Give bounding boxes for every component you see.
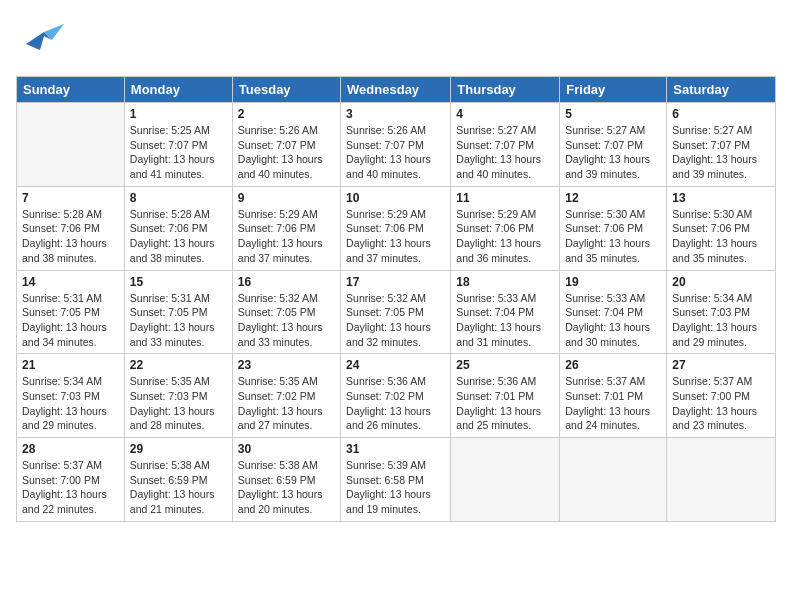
day-info: Sunrise: 5:34 AM Sunset: 7:03 PM Dayligh…: [672, 291, 770, 350]
day-number: 12: [565, 191, 661, 205]
weekday-header: Saturday: [667, 77, 776, 103]
day-info: Sunrise: 5:33 AM Sunset: 7:04 PM Dayligh…: [565, 291, 661, 350]
calendar-cell: 17Sunrise: 5:32 AM Sunset: 7:05 PM Dayli…: [341, 270, 451, 354]
calendar-cell: [17, 103, 125, 187]
weekday-header: Thursday: [451, 77, 560, 103]
day-number: 11: [456, 191, 554, 205]
day-number: 23: [238, 358, 335, 372]
logo: [16, 16, 66, 68]
day-number: 19: [565, 275, 661, 289]
calendar-cell: 18Sunrise: 5:33 AM Sunset: 7:04 PM Dayli…: [451, 270, 560, 354]
day-info: Sunrise: 5:26 AM Sunset: 7:07 PM Dayligh…: [346, 123, 445, 182]
day-number: 30: [238, 442, 335, 456]
day-info: Sunrise: 5:30 AM Sunset: 7:06 PM Dayligh…: [565, 207, 661, 266]
day-info: Sunrise: 5:27 AM Sunset: 7:07 PM Dayligh…: [565, 123, 661, 182]
calendar-cell: 3Sunrise: 5:26 AM Sunset: 7:07 PM Daylig…: [341, 103, 451, 187]
day-number: 13: [672, 191, 770, 205]
day-number: 25: [456, 358, 554, 372]
day-number: 3: [346, 107, 445, 121]
day-info: Sunrise: 5:37 AM Sunset: 7:01 PM Dayligh…: [565, 374, 661, 433]
day-info: Sunrise: 5:37 AM Sunset: 7:00 PM Dayligh…: [672, 374, 770, 433]
day-info: Sunrise: 5:28 AM Sunset: 7:06 PM Dayligh…: [130, 207, 227, 266]
calendar-cell: 15Sunrise: 5:31 AM Sunset: 7:05 PM Dayli…: [124, 270, 232, 354]
day-info: Sunrise: 5:29 AM Sunset: 7:06 PM Dayligh…: [238, 207, 335, 266]
day-info: Sunrise: 5:38 AM Sunset: 6:59 PM Dayligh…: [238, 458, 335, 517]
day-number: 24: [346, 358, 445, 372]
day-number: 5: [565, 107, 661, 121]
calendar-week-row: 21Sunrise: 5:34 AM Sunset: 7:03 PM Dayli…: [17, 354, 776, 438]
day-info: Sunrise: 5:25 AM Sunset: 7:07 PM Dayligh…: [130, 123, 227, 182]
calendar-cell: [560, 438, 667, 522]
day-number: 31: [346, 442, 445, 456]
calendar-cell: 29Sunrise: 5:38 AM Sunset: 6:59 PM Dayli…: [124, 438, 232, 522]
day-info: Sunrise: 5:34 AM Sunset: 7:03 PM Dayligh…: [22, 374, 119, 433]
day-info: Sunrise: 5:35 AM Sunset: 7:03 PM Dayligh…: [130, 374, 227, 433]
day-info: Sunrise: 5:33 AM Sunset: 7:04 PM Dayligh…: [456, 291, 554, 350]
calendar-cell: 5Sunrise: 5:27 AM Sunset: 7:07 PM Daylig…: [560, 103, 667, 187]
day-info: Sunrise: 5:35 AM Sunset: 7:02 PM Dayligh…: [238, 374, 335, 433]
day-info: Sunrise: 5:26 AM Sunset: 7:07 PM Dayligh…: [238, 123, 335, 182]
calendar-cell: 14Sunrise: 5:31 AM Sunset: 7:05 PM Dayli…: [17, 270, 125, 354]
day-number: 15: [130, 275, 227, 289]
calendar-week-row: 7Sunrise: 5:28 AM Sunset: 7:06 PM Daylig…: [17, 186, 776, 270]
calendar-cell: 22Sunrise: 5:35 AM Sunset: 7:03 PM Dayli…: [124, 354, 232, 438]
day-number: 2: [238, 107, 335, 121]
calendar-cell: 13Sunrise: 5:30 AM Sunset: 7:06 PM Dayli…: [667, 186, 776, 270]
weekday-header: Wednesday: [341, 77, 451, 103]
calendar-cell: 19Sunrise: 5:33 AM Sunset: 7:04 PM Dayli…: [560, 270, 667, 354]
day-info: Sunrise: 5:32 AM Sunset: 7:05 PM Dayligh…: [346, 291, 445, 350]
weekday-header: Monday: [124, 77, 232, 103]
day-number: 28: [22, 442, 119, 456]
calendar-cell: 6Sunrise: 5:27 AM Sunset: 7:07 PM Daylig…: [667, 103, 776, 187]
day-info: Sunrise: 5:39 AM Sunset: 6:58 PM Dayligh…: [346, 458, 445, 517]
weekday-header: Sunday: [17, 77, 125, 103]
day-number: 1: [130, 107, 227, 121]
page-header: [16, 16, 776, 68]
calendar-cell: 4Sunrise: 5:27 AM Sunset: 7:07 PM Daylig…: [451, 103, 560, 187]
calendar-cell: 30Sunrise: 5:38 AM Sunset: 6:59 PM Dayli…: [232, 438, 340, 522]
calendar-cell: 26Sunrise: 5:37 AM Sunset: 7:01 PM Dayli…: [560, 354, 667, 438]
day-info: Sunrise: 5:31 AM Sunset: 7:05 PM Dayligh…: [130, 291, 227, 350]
calendar-cell: 2Sunrise: 5:26 AM Sunset: 7:07 PM Daylig…: [232, 103, 340, 187]
calendar-cell: 7Sunrise: 5:28 AM Sunset: 7:06 PM Daylig…: [17, 186, 125, 270]
day-info: Sunrise: 5:30 AM Sunset: 7:06 PM Dayligh…: [672, 207, 770, 266]
day-info: Sunrise: 5:29 AM Sunset: 7:06 PM Dayligh…: [346, 207, 445, 266]
day-number: 20: [672, 275, 770, 289]
day-number: 16: [238, 275, 335, 289]
calendar-cell: 12Sunrise: 5:30 AM Sunset: 7:06 PM Dayli…: [560, 186, 667, 270]
calendar-cell: [667, 438, 776, 522]
day-number: 14: [22, 275, 119, 289]
calendar-cell: 10Sunrise: 5:29 AM Sunset: 7:06 PM Dayli…: [341, 186, 451, 270]
day-info: Sunrise: 5:32 AM Sunset: 7:05 PM Dayligh…: [238, 291, 335, 350]
day-number: 4: [456, 107, 554, 121]
calendar-cell: 31Sunrise: 5:39 AM Sunset: 6:58 PM Dayli…: [341, 438, 451, 522]
calendar-cell: 1Sunrise: 5:25 AM Sunset: 7:07 PM Daylig…: [124, 103, 232, 187]
svg-marker-1: [44, 24, 64, 40]
day-number: 6: [672, 107, 770, 121]
day-info: Sunrise: 5:27 AM Sunset: 7:07 PM Dayligh…: [672, 123, 770, 182]
calendar-week-row: 1Sunrise: 5:25 AM Sunset: 7:07 PM Daylig…: [17, 103, 776, 187]
calendar-cell: 23Sunrise: 5:35 AM Sunset: 7:02 PM Dayli…: [232, 354, 340, 438]
calendar-cell: 28Sunrise: 5:37 AM Sunset: 7:00 PM Dayli…: [17, 438, 125, 522]
calendar-table: SundayMondayTuesdayWednesdayThursdayFrid…: [16, 76, 776, 522]
day-info: Sunrise: 5:36 AM Sunset: 7:01 PM Dayligh…: [456, 374, 554, 433]
day-number: 10: [346, 191, 445, 205]
calendar-cell: 25Sunrise: 5:36 AM Sunset: 7:01 PM Dayli…: [451, 354, 560, 438]
calendar-cell: 27Sunrise: 5:37 AM Sunset: 7:00 PM Dayli…: [667, 354, 776, 438]
calendar-cell: 20Sunrise: 5:34 AM Sunset: 7:03 PM Dayli…: [667, 270, 776, 354]
weekday-header: Tuesday: [232, 77, 340, 103]
calendar-cell: [451, 438, 560, 522]
day-number: 22: [130, 358, 227, 372]
day-number: 26: [565, 358, 661, 372]
day-number: 18: [456, 275, 554, 289]
weekday-header: Friday: [560, 77, 667, 103]
day-info: Sunrise: 5:31 AM Sunset: 7:05 PM Dayligh…: [22, 291, 119, 350]
calendar-header-row: SundayMondayTuesdayWednesdayThursdayFrid…: [17, 77, 776, 103]
day-number: 29: [130, 442, 227, 456]
day-info: Sunrise: 5:38 AM Sunset: 6:59 PM Dayligh…: [130, 458, 227, 517]
calendar-cell: 8Sunrise: 5:28 AM Sunset: 7:06 PM Daylig…: [124, 186, 232, 270]
day-info: Sunrise: 5:37 AM Sunset: 7:00 PM Dayligh…: [22, 458, 119, 517]
day-info: Sunrise: 5:28 AM Sunset: 7:06 PM Dayligh…: [22, 207, 119, 266]
day-info: Sunrise: 5:27 AM Sunset: 7:07 PM Dayligh…: [456, 123, 554, 182]
calendar-cell: 21Sunrise: 5:34 AM Sunset: 7:03 PM Dayli…: [17, 354, 125, 438]
